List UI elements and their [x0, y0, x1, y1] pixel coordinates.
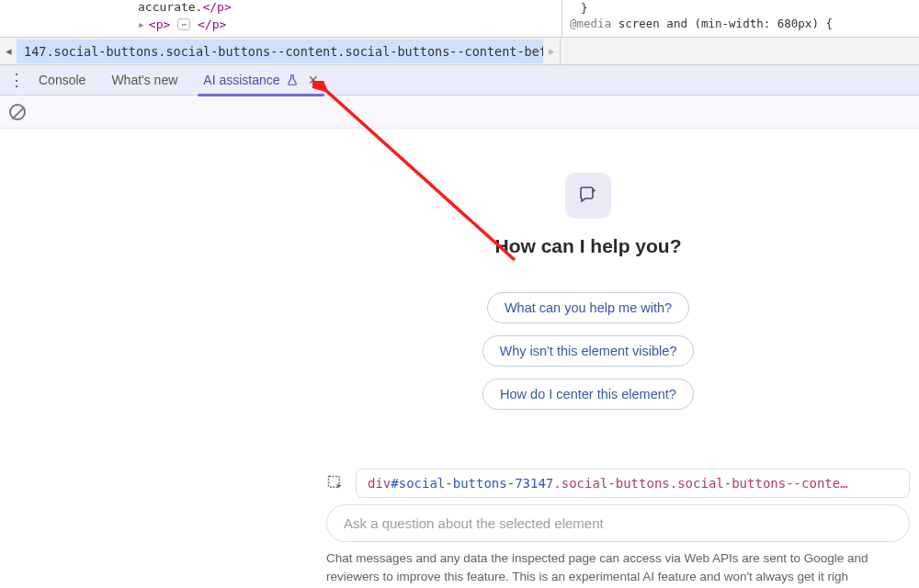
suggestion-chip[interactable]: What can you help me with?	[487, 292, 689, 323]
expand-arrow-icon[interactable]: ▸	[138, 17, 145, 31]
drawer-tab-bar: ⋮ Console What's new AI assistance ✕	[0, 65, 919, 96]
disclaimer-text: Chat messages and any data the inspected…	[326, 546, 919, 588]
chat-sparkle-icon	[577, 185, 599, 207]
tab-label: What's new	[111, 73, 177, 87]
hero: How can I help you?	[494, 173, 681, 257]
tab-console[interactable]: Console	[26, 65, 98, 96]
styles-panel[interactable]: } @media screen and (min-width: 680px) {…	[562, 0, 919, 37]
dom-snippet: accurate.</p> ▸<p> ⋯ </p>	[138, 0, 232, 33]
breadcrumb-bar: ◂ 147.social-buttons.social-buttons--con…	[0, 38, 919, 65]
dom-tag-close: </p>	[202, 0, 231, 14]
context-classes: .social-buttons.social-buttons--conte…	[553, 476, 847, 491]
tab-label: Console	[39, 73, 85, 87]
breadcrumb-scroll-left[interactable]: ◂	[0, 44, 17, 58]
dom-tag-open: <p>	[149, 17, 170, 31]
breadcrumb-selected[interactable]: 147.social-buttons.social-buttons--conte…	[17, 40, 543, 63]
clear-icon[interactable]	[9, 104, 26, 120]
breadcrumb-scroll-right[interactable]: ▸	[543, 44, 560, 58]
divider	[560, 38, 561, 64]
context-id: #social-buttons-73147	[391, 476, 553, 491]
dom-tag-close: </p>	[198, 17, 226, 31]
ellipsis-icon[interactable]: ⋯	[177, 18, 190, 30]
css-brace: }	[570, 0, 912, 16]
ai-assistance-panel: How can I help you? What can you help me…	[0, 129, 919, 588]
context-element-pill[interactable]: div#social-buttons-73147.social-buttons.…	[356, 469, 910, 498]
new-chat-icon	[565, 173, 611, 219]
flask-icon	[286, 74, 299, 86]
css-media-rule: @media screen and (min-width: 680px) {	[570, 16, 912, 31]
tab-whats-new[interactable]: What's new	[98, 65, 190, 96]
suggestion-list: What can you help me with? Why isn't thi…	[482, 292, 695, 410]
elements-pane: accurate.</p> ▸<p> ⋯ </p> } @media scree…	[0, 0, 919, 38]
dom-text: accurate.	[138, 0, 202, 14]
hero-title: How can I help you?	[494, 235, 681, 257]
kebab-menu-icon[interactable]: ⋮	[6, 70, 26, 90]
ask-input[interactable]	[326, 504, 910, 542]
ai-assistance-toolbar	[0, 96, 919, 129]
ask-row	[326, 504, 910, 542]
close-icon[interactable]: ✕	[308, 73, 319, 87]
suggestion-chip[interactable]: How do I center this element?	[482, 379, 694, 410]
suggestion-chip[interactable]: Why isn't this element visible?	[482, 335, 695, 367]
context-row: div#social-buttons-73147.social-buttons.…	[326, 469, 910, 498]
tab-label: AI assistance	[203, 73, 279, 87]
context-tag: div	[368, 476, 391, 491]
dom-tree-panel[interactable]: accurate.</p> ▸<p> ⋯ </p>	[0, 0, 562, 37]
tab-ai-assistance[interactable]: AI assistance ✕	[190, 65, 331, 96]
element-picker-icon[interactable]	[326, 474, 345, 492]
